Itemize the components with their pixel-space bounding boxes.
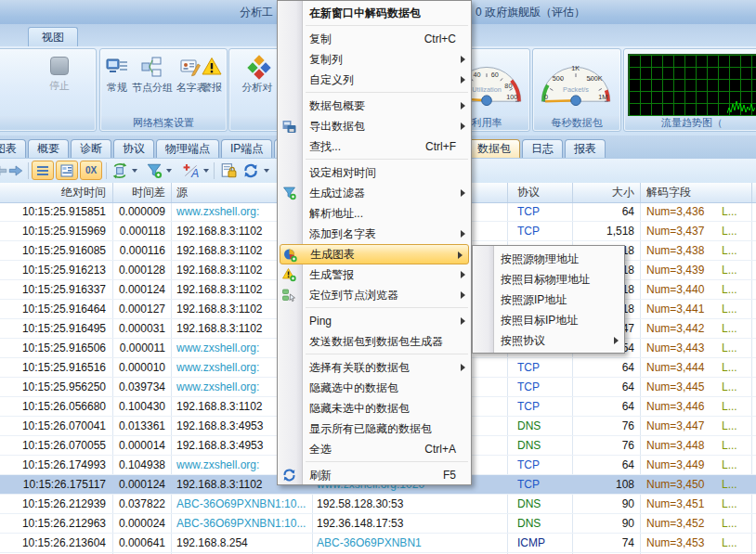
menu-item-解析地址[interactable]: 解析地址...: [278, 203, 471, 224]
hex-view-toggle[interactable]: 0X: [80, 161, 102, 180]
svg-text:A: A: [190, 167, 199, 179]
menu-item-生成警报[interactable]: 生成警报: [278, 264, 471, 285]
cell-decoded-num: Num=3,453: [646, 534, 719, 552]
forward-icon[interactable]: [7, 162, 24, 179]
cell-absolute-time: 10:15:25.915969: [2, 222, 106, 240]
view-tab-诊断[interactable]: 诊断: [71, 139, 111, 158]
window-title-right: 0 政府旗舰版（评估）: [476, 5, 585, 20]
cell-decoded-len: L...: [722, 222, 749, 240]
general-button[interactable]: 常规: [104, 55, 130, 95]
menu-item-复制列[interactable]: 复制列: [278, 49, 471, 70]
menu-item-刷新[interactable]: 刷新F5: [278, 465, 471, 485]
cell-protocol: TCP: [517, 358, 569, 377]
cell-time-delta: 0.000127: [113, 300, 165, 318]
col-header-size[interactable]: 大小: [574, 183, 634, 201]
menu-item-label: 数据包概要: [309, 99, 365, 112]
resolve-dropdown[interactable]: [203, 169, 209, 173]
cell-absolute-time: 10:15:25.916495: [2, 319, 106, 338]
menu-item-生成过滤器[interactable]: 生成过滤器: [278, 183, 471, 203]
menu-item-添加到名字表[interactable]: 添加到名字表: [278, 224, 471, 244]
view-tab-协议[interactable]: 协议: [113, 139, 154, 158]
packet-order-icon[interactable]: [111, 162, 128, 179]
col-header-time-delta[interactable]: 时间差: [113, 183, 165, 201]
menu-item-选择有关联的数据包[interactable]: 选择有关联的数据包: [278, 357, 471, 378]
table-row[interactable]: 10:15:26.2129630.000024ABC-36O69PXNBN1:1…: [0, 514, 756, 534]
view-tab-图表[interactable]: 图表: [0, 139, 26, 158]
col-header-absolute-time[interactable]: 绝对时间: [2, 183, 106, 201]
menu-item-按照协议[interactable]: 按照协议: [473, 330, 624, 351]
menu-item-按照目标IP地址[interactable]: 按照目标IP地址: [473, 310, 624, 330]
menu-item-定位到节点浏览器[interactable]: 定位到节点浏览器: [278, 285, 471, 305]
menu-item-label: 隐藏选中的数据包: [309, 381, 398, 394]
cell-time-delta: 0.000024: [113, 514, 165, 533]
menu-item-按照源物理地址[interactable]: 按照源物理地址: [473, 249, 624, 269]
window-title-left: 分析工: [240, 5, 273, 20]
cell-absolute-time: 10:15:25.916085: [2, 241, 106, 260]
view-tab-物理端点[interactable]: 物理端点: [156, 139, 219, 158]
col-header-decoded[interactable]: 解码字段: [646, 183, 719, 201]
cell-destination: 192.36.148.17:53: [317, 514, 504, 533]
svg-text:60: 60: [491, 71, 499, 79]
view-tab-数据包[interactable]: 数据包: [468, 139, 520, 158]
svg-text:Utilization: Utilization: [472, 85, 501, 94]
protect-packet-icon[interactable]: [220, 162, 237, 179]
packets-gauge: 0 500 1K 500K 1M Packet/s: [534, 51, 618, 107]
menu-item-发送数据包到数据包生成器[interactable]: 发送数据包到数据包生成器: [278, 331, 471, 352]
cell-absolute-time: 10:15:26.175117: [2, 475, 106, 494]
menu-item-在新窗口中解码数据包[interactable]: 在新窗口中解码数据包: [278, 3, 471, 23]
menu-item-设定相对时间[interactable]: 设定相对时间: [278, 162, 471, 183]
col-header-protocol[interactable]: 协议: [517, 183, 569, 201]
refresh-icon[interactable]: [242, 162, 259, 179]
cell-protocol: TCP: [517, 397, 569, 416]
menu-item-label: 按照目标IP地址: [501, 314, 578, 327]
analysis-objects-button[interactable]: 分析对: [231, 55, 283, 95]
cell-protocol: DNS: [517, 417, 569, 435]
cell-time-delta: 0.000031: [113, 319, 165, 338]
refresh-dropdown[interactable]: [264, 169, 269, 173]
menu-item-数据包概要[interactable]: 数据包概要: [278, 96, 471, 116]
summary-view-toggle[interactable]: [32, 161, 54, 180]
menu-item-Ping[interactable]: Ping: [278, 311, 471, 331]
svg-text:100: 100: [506, 93, 517, 101]
menu-item-按照源IP地址[interactable]: 按照源IP地址: [473, 290, 624, 310]
submenu-arrow-icon: [614, 337, 619, 344]
packet-order-dropdown[interactable]: [132, 169, 137, 173]
menu-item-隐藏未选中的数据包[interactable]: 隐藏未选中的数据包: [278, 398, 471, 419]
stop-icon: [50, 57, 69, 75]
tab-view[interactable]: 视图: [28, 27, 78, 47]
menu-shortcut: Ctrl+C: [424, 29, 456, 49]
decode-view-toggle[interactable]: [56, 161, 78, 180]
menu-item-显示所有已隐藏的数据包[interactable]: 显示所有已隐藏的数据包: [278, 419, 471, 439]
menu-item-复制[interactable]: 复制Ctrl+C: [278, 29, 471, 49]
resolve-address-icon[interactable]: A: [181, 162, 202, 179]
filter-dropdown[interactable]: [166, 169, 172, 173]
table-row[interactable]: 10:15:26.2136040.000641192.168.8.254ABC-…: [0, 534, 756, 553]
view-tab-报表[interactable]: 报表: [565, 139, 606, 158]
packets-gauge-panel: 0 500 1K 500K 1M Packet/s 每秒数据包: [532, 48, 621, 132]
menu-item-生成图表[interactable]: 生成图表: [280, 244, 469, 264]
view-tab-日志[interactable]: 日志: [522, 139, 563, 158]
alarm-button[interactable]: 警报: [199, 55, 225, 95]
stop-button[interactable]: 停止: [42, 55, 77, 93]
menu-item-按照目标物理地址[interactable]: 按照目标物理地址: [473, 269, 624, 290]
menu-item-自定义列[interactable]: 自定义列: [278, 70, 471, 90]
table-row[interactable]: 10:15:26.2129390.037822ABC-36O69PXNBN1:1…: [0, 495, 756, 514]
filter-funnel-icon[interactable]: [146, 162, 163, 179]
menu-item-导出数据包[interactable]: 导出数据包: [278, 116, 471, 136]
svg-text:500: 500: [553, 74, 564, 83]
cell-protocol: TCP: [517, 378, 569, 396]
cell-size: 90: [574, 495, 634, 513]
node-group-button[interactable]: 节点分组: [131, 55, 174, 95]
menu-item-隐藏选中的数据包[interactable]: 隐藏选中的数据包: [278, 378, 471, 398]
ribbon-group-profile: 常规 节点分组 名字表 警报 网络档案设置: [99, 48, 228, 132]
menu-separator: [306, 307, 468, 308]
cell-absolute-time: 10:15:25.916464: [2, 300, 106, 318]
menu-item-查找[interactable]: 查找...Ctrl+F: [278, 136, 471, 157]
menu-item-全选[interactable]: 全选Ctrl+A: [278, 439, 471, 459]
cell-decoded-num: Num=3,451: [646, 495, 719, 513]
view-tab-概要[interactable]: 概要: [28, 139, 69, 158]
submenu-arrow-icon: [461, 102, 465, 110]
filter-icon: [281, 186, 297, 200]
cell-protocol: TCP: [517, 475, 569, 494]
view-tab-IP端点[interactable]: IP端点: [221, 139, 272, 158]
